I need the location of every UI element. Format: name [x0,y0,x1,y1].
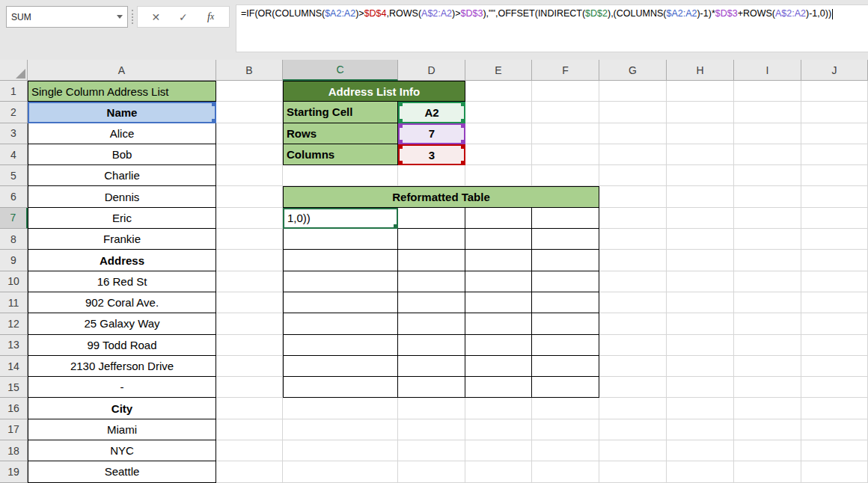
column-header-G[interactable]: G [599,60,667,81]
row-header-12[interactable]: 12 [0,313,28,334]
cell-C18[interactable] [283,440,398,461]
cell-C7[interactable]: 1,0)) [283,208,398,229]
cell-E15[interactable] [465,377,532,398]
cell-D12[interactable] [398,313,465,334]
fill-handle[interactable] [393,224,397,228]
cell-A1[interactable]: Single Column Address List [28,81,216,102]
range-handle-icon[interactable] [399,102,403,106]
cell-J19[interactable] [801,461,868,482]
cell-F11[interactable] [532,292,599,313]
select-all-corner[interactable] [0,60,28,81]
cell-E19[interactable] [465,461,532,482]
cell-H13[interactable] [667,335,734,356]
cell-I2[interactable] [734,102,801,123]
cell-G6[interactable] [599,186,667,207]
cell-G1[interactable] [599,81,667,102]
cell-F5[interactable] [532,165,599,186]
cell-D7[interactable] [398,208,465,229]
cell-I17[interactable] [734,419,801,440]
column-header-H[interactable]: H [667,60,734,81]
cell-F13[interactable] [532,335,599,356]
cell-E18[interactable] [465,440,532,461]
cell-H8[interactable] [667,229,734,250]
cell-H11[interactable] [667,292,734,313]
name-box[interactable]: SUM [6,6,128,28]
cell-I13[interactable] [734,335,801,356]
row-header-8[interactable]: 8 [0,229,28,250]
cell-D13[interactable] [398,335,465,356]
cell-G2[interactable] [599,102,667,123]
cell-F9[interactable] [532,250,599,271]
row-header-5[interactable]: 5 [0,165,28,186]
cell-J14[interactable] [801,356,868,377]
cell-I6[interactable] [734,186,801,207]
range-handle-icon[interactable] [399,145,403,149]
cell-J18[interactable] [801,440,868,461]
cell-F2[interactable] [532,102,599,123]
cell-D17[interactable] [398,419,465,440]
cell-J5[interactable] [801,165,868,186]
cell-H3[interactable] [667,123,734,144]
cell-H17[interactable] [667,419,734,440]
cell-I3[interactable] [734,123,801,144]
cell-G15[interactable] [599,377,667,398]
cell-D2[interactable]: A2 [398,102,465,123]
cell-D14[interactable] [398,356,465,377]
cell-J6[interactable] [801,186,868,207]
cell-I10[interactable] [734,271,801,292]
cell-J3[interactable] [801,123,868,144]
cell-I18[interactable] [734,440,801,461]
cell-H2[interactable] [667,102,734,123]
row-header-10[interactable]: 10 [0,271,28,292]
range-handle-icon[interactable] [399,119,403,123]
cell-F14[interactable] [532,356,599,377]
row-header-15[interactable]: 15 [0,377,28,398]
cell-A4[interactable]: Bob [28,144,216,165]
cell-B15[interactable] [216,377,283,398]
range-handle-icon[interactable] [461,145,465,149]
cell-H18[interactable] [667,440,734,461]
cell-I19[interactable] [734,461,801,482]
cell-I11[interactable] [734,292,801,313]
name-box-dropdown-icon[interactable] [117,15,123,19]
row-header-14[interactable]: 14 [0,356,28,377]
cell-B5[interactable] [216,165,283,186]
cell-E5[interactable] [465,165,532,186]
cell-H10[interactable] [667,271,734,292]
cell-D18[interactable] [398,440,465,461]
cell-B17[interactable] [216,419,283,440]
cell-G3[interactable] [599,123,667,144]
cell-C14[interactable] [283,356,398,377]
cell-B16[interactable] [216,398,283,419]
cell-C13[interactable] [283,335,398,356]
cell-D9[interactable] [398,250,465,271]
cell-B1[interactable] [216,81,283,102]
row-header-7[interactable]: 7 [0,208,28,229]
cell-J11[interactable] [801,292,868,313]
range-handle-icon[interactable] [461,119,465,123]
cell-A2[interactable]: Name [28,102,216,123]
cell-A10[interactable]: 16 Red St [28,271,216,292]
cell-I16[interactable] [734,398,801,419]
cell-E1[interactable] [465,81,532,102]
cell-A14[interactable]: 2130 Jefferson Drive [28,356,216,377]
insert-function-icon[interactable]: fx [201,8,221,26]
cell-A8[interactable]: Frankie [28,229,216,250]
cell-J17[interactable] [801,419,868,440]
cell-D16[interactable] [398,398,465,419]
cell-C8[interactable] [283,229,398,250]
cell-A13[interactable]: 99 Todd Road [28,335,216,356]
cell-G4[interactable] [599,144,667,165]
cell-H4[interactable] [667,144,734,165]
cancel-icon[interactable]: ✕ [146,8,165,26]
cell-G13[interactable] [599,335,667,356]
cell-E4[interactable] [465,144,532,165]
cell-F7[interactable] [532,208,599,229]
cell-A11[interactable]: 902 Coral Ave. [28,292,216,313]
cell-J4[interactable] [801,144,868,165]
formula-input[interactable]: =IF(OR(COLUMNS($A2:A2)>$D$4,ROWS(A$2:A2)… [236,4,868,52]
cell-B8[interactable] [216,229,283,250]
cell-H16[interactable] [667,398,734,419]
row-header-11[interactable]: 11 [0,292,28,313]
column-header-J[interactable]: J [801,60,868,81]
